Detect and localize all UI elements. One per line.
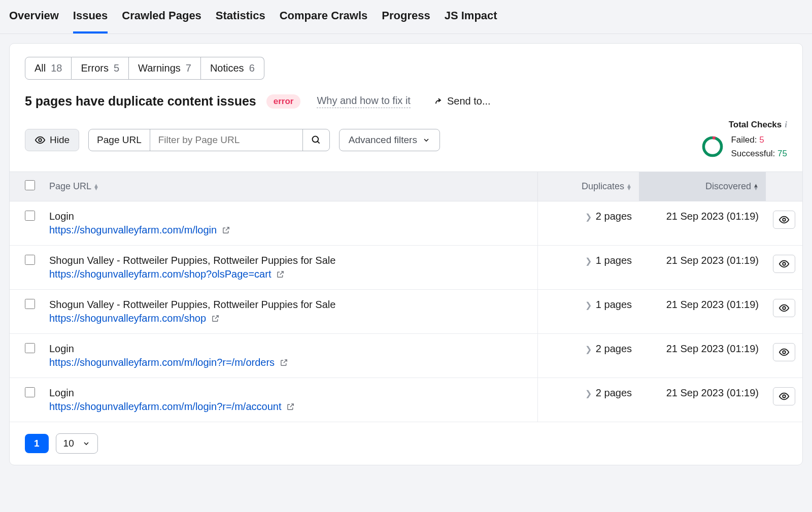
filter-errors[interactable]: Errors 5 xyxy=(72,57,129,80)
view-button[interactable] xyxy=(773,299,795,317)
filter-notices[interactable]: Notices 6 xyxy=(201,57,264,80)
page-size-selector[interactable]: 10 xyxy=(56,433,98,454)
eye-icon xyxy=(779,302,790,314)
info-icon[interactable]: i xyxy=(785,120,787,130)
table-row: Loginhttps://shogunvalleyfarm.com/m/logi… xyxy=(10,201,802,246)
tab-crawled-pages[interactable]: Crawled Pages xyxy=(122,9,201,33)
external-link-icon[interactable] xyxy=(211,314,220,323)
eye-icon xyxy=(779,391,790,402)
row-checkbox[interactable] xyxy=(25,299,35,309)
col-duplicates[interactable]: Duplicates▲▼ xyxy=(537,172,639,201)
chevron-down-icon xyxy=(422,136,430,144)
row-page-url[interactable]: https://shogunvalleyfarm.com/shop?olsPag… xyxy=(49,268,530,280)
svg-line-2 xyxy=(317,142,319,144)
chevron-right-icon[interactable]: ❯ xyxy=(585,257,592,265)
filter-label: Errors xyxy=(81,62,108,74)
row-page-title: Shogun Valley - Rottweiler Puppies, Rott… xyxy=(49,255,530,266)
tab-overview[interactable]: Overview xyxy=(9,9,59,33)
eye-icon xyxy=(35,134,46,146)
svg-point-3 xyxy=(704,138,722,156)
success-count: 75 xyxy=(777,149,787,158)
filter-count: 6 xyxy=(249,62,255,74)
row-checkbox[interactable] xyxy=(25,255,35,265)
svg-point-1 xyxy=(312,136,318,143)
external-link-icon[interactable] xyxy=(276,270,285,279)
page-size-value: 10 xyxy=(63,438,74,449)
url-filter: Page URL xyxy=(88,129,330,151)
row-discovered: 21 Sep 2023 (01:19) xyxy=(666,299,759,310)
view-button[interactable] xyxy=(773,211,795,229)
row-discovered: 21 Sep 2023 (01:19) xyxy=(666,211,759,222)
url-filter-search-button[interactable] xyxy=(302,129,329,151)
filter-label: Notices xyxy=(210,62,244,74)
filter-warnings[interactable]: Warnings 7 xyxy=(129,57,201,80)
external-link-icon[interactable] xyxy=(280,358,288,367)
chevron-right-icon[interactable]: ❯ xyxy=(585,301,592,310)
error-badge: error xyxy=(266,94,301,109)
issues-card: All 18 Errors 5 Warnings 7 Notices 6 5 p… xyxy=(9,43,803,465)
row-page-url[interactable]: https://shogunvalleyfarm.com/m/login?r=/… xyxy=(49,357,530,368)
total-checks-label: Total Checks xyxy=(729,120,782,130)
col-label: Page URL xyxy=(49,181,91,191)
table-row: Shogun Valley - Rottweiler Puppies, Rott… xyxy=(10,246,802,290)
row-checkbox[interactable] xyxy=(25,211,35,221)
row-page-url[interactable]: https://shogunvalleyfarm.com/m/login?r=/… xyxy=(49,401,530,413)
sort-icon: ▲▼ xyxy=(93,184,99,190)
checks-stats: Failed: 5 Successful: 75 xyxy=(731,133,787,160)
col-label: Discovered xyxy=(705,181,751,191)
eye-icon xyxy=(779,347,790,358)
chevron-right-icon[interactable]: ❯ xyxy=(585,213,592,221)
col-discovered[interactable]: Discovered▲▼ xyxy=(639,172,766,201)
svg-point-7 xyxy=(783,351,786,354)
issue-heading-row: 5 pages have duplicate content issues er… xyxy=(10,80,802,109)
external-link-icon[interactable] xyxy=(222,226,230,234)
row-checkbox[interactable] xyxy=(25,343,35,353)
view-button[interactable] xyxy=(773,255,795,273)
row-duplicates: 2 pages xyxy=(596,343,632,354)
send-to-label: Send to... xyxy=(447,95,491,107)
table-row: Loginhttps://shogunvalleyfarm.com/m/logi… xyxy=(10,378,802,422)
url-filter-input[interactable] xyxy=(150,129,302,151)
svg-point-5 xyxy=(783,263,786,266)
why-and-how-link[interactable]: Why and how to fix it xyxy=(317,95,411,108)
failed-count: 5 xyxy=(759,135,764,145)
table-row: Loginhttps://shogunvalleyfarm.com/m/logi… xyxy=(10,334,802,378)
row-page-title: Login xyxy=(49,211,530,222)
chevron-right-icon[interactable]: ❯ xyxy=(585,389,592,398)
failed-label: Failed: xyxy=(731,135,757,145)
share-arrow-icon xyxy=(433,96,443,107)
row-page-url[interactable]: https://shogunvalleyfarm.com/m/login xyxy=(49,224,530,236)
send-to-button[interactable]: Send to... xyxy=(433,95,491,107)
sort-icon: ▲▼ xyxy=(626,184,632,190)
page-1-button[interactable]: 1 xyxy=(25,434,49,453)
tab-issues[interactable]: Issues xyxy=(73,9,108,33)
adv-filters-label: Advanced filters xyxy=(349,134,417,146)
hide-button[interactable]: Hide xyxy=(25,129,79,151)
filter-label: All xyxy=(35,62,46,74)
chevron-down-icon xyxy=(82,439,90,448)
advanced-filters-button[interactable]: Advanced filters xyxy=(339,129,440,151)
select-all-checkbox[interactable] xyxy=(25,180,35,190)
row-page-url[interactable]: https://shogunvalleyfarm.com/shop xyxy=(49,313,530,324)
filter-all[interactable]: All 18 xyxy=(25,57,72,80)
external-link-icon[interactable] xyxy=(286,402,295,411)
tab-compare-crawls[interactable]: Compare Crawls xyxy=(280,9,368,33)
row-page-title: Shogun Valley - Rottweiler Puppies, Rott… xyxy=(49,299,530,311)
issues-table: Page URL▲▼ Duplicates▲▼ Discovered▲▼ Log… xyxy=(10,172,802,422)
success-label: Successful: xyxy=(731,149,775,158)
view-button[interactable] xyxy=(773,343,795,361)
view-button[interactable] xyxy=(773,387,795,405)
total-checks: Total Checks i Failed: 5 Successful: 75 xyxy=(701,120,787,160)
tab-statistics[interactable]: Statistics xyxy=(216,9,265,33)
col-page-url[interactable]: Page URL▲▼ xyxy=(42,172,537,201)
row-page-title: Login xyxy=(49,387,530,399)
tab-progress[interactable]: Progress xyxy=(382,9,430,33)
main-tabs: Overview Issues Crawled Pages Statistics… xyxy=(0,0,812,34)
chevron-right-icon[interactable]: ❯ xyxy=(585,345,592,354)
row-checkbox[interactable] xyxy=(25,387,35,397)
tab-js-impact[interactable]: JS Impact xyxy=(445,9,497,33)
eye-icon xyxy=(779,258,790,269)
url-filter-label: Page URL xyxy=(89,129,150,151)
pagination: 1 10 xyxy=(10,422,802,465)
row-discovered: 21 Sep 2023 (01:19) xyxy=(666,343,759,354)
